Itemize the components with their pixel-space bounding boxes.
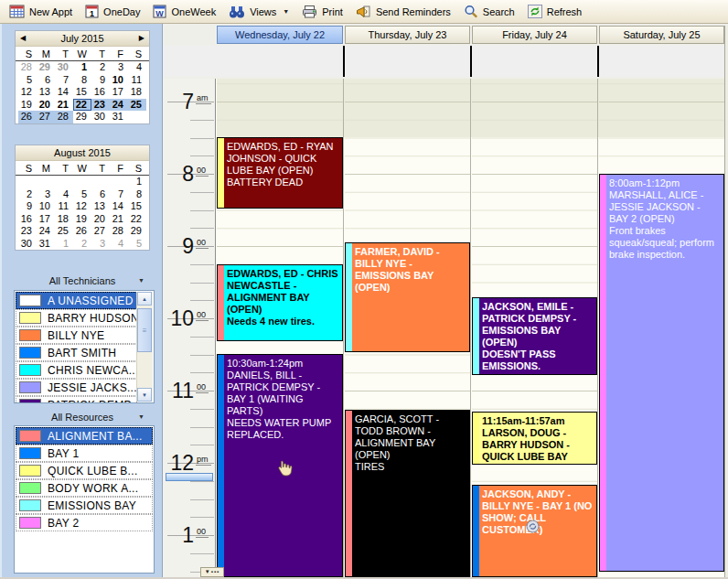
calendar-day[interactable]: 27 bbox=[91, 225, 110, 238]
next-month-arrow[interactable]: ▶ bbox=[139, 33, 145, 43]
calendar-day[interactable]: 15 bbox=[128, 200, 146, 213]
toolbar-button-views[interactable]: Views▼ bbox=[223, 1, 296, 23]
toolbar-button-new-appt[interactable]: New Appt bbox=[4, 1, 80, 23]
appointment-marshall-alice[interactable]: 8:00am-1:12pmMARSHALL, ALICE - JESSIE JA… bbox=[599, 174, 724, 572]
day-header-thursday-july-23[interactable]: Thursday, July 23 bbox=[345, 26, 470, 44]
calendar-day[interactable]: 28 bbox=[18, 61, 37, 74]
list-item-chris-newca[interactable]: CHRIS NEWCA... bbox=[16, 361, 137, 379]
calendar-day[interactable]: 6 bbox=[37, 74, 55, 87]
appointment-edwards-chris[interactable]: EDWARDS, ED - CHRIS NEWCASTLE - ALIGNMEN… bbox=[217, 264, 343, 341]
list-item-body-work-a[interactable]: BODY WORK A... bbox=[16, 479, 153, 497]
calendar-day[interactable]: 10 bbox=[37, 200, 55, 213]
day-header-wednesday-july-22[interactable]: Wednesday, July 22 bbox=[217, 26, 343, 44]
calendar-day[interactable]: 24 bbox=[37, 225, 55, 238]
calendar-day[interactable]: 1 bbox=[128, 176, 146, 188]
toolbar-button-search[interactable]: Search bbox=[458, 1, 522, 23]
list-item-jessie-jacks[interactable]: JESSIE JACKS... bbox=[16, 379, 137, 396]
calendar-day[interactable]: 17 bbox=[37, 213, 55, 226]
calendar-day[interactable]: 13 bbox=[91, 200, 110, 213]
calendar-day[interactable]: 29 bbox=[37, 61, 55, 74]
calendar-day[interactable]: 25 bbox=[55, 225, 73, 238]
calendar-day[interactable]: 14 bbox=[110, 200, 128, 213]
calendar-day[interactable]: 14 bbox=[55, 86, 73, 99]
appointment-larson-doug[interactable]: 11:15am-11:57amLARSON, DOUG - BARRY HUDS… bbox=[472, 412, 597, 465]
list-item-quick-lube-b[interactable]: QUICK LUBE B... bbox=[16, 462, 153, 479]
appointment-garcia-scott[interactable]: GARCIA, SCOTT - TODD BROWN - ALIGNMENT B… bbox=[345, 410, 470, 577]
list-item-bay-2[interactable]: BAY 2 bbox=[16, 514, 153, 531]
calendar-day[interactable]: 2 bbox=[91, 61, 110, 74]
calendar-day[interactable]: 26 bbox=[73, 225, 91, 238]
scroll-down-button[interactable]: ▼ bbox=[137, 388, 152, 402]
calendar-day[interactable]: 23 bbox=[18, 225, 37, 238]
prev-month-arrow[interactable]: ◀ bbox=[20, 33, 26, 43]
calendar-day[interactable]: 22 bbox=[128, 213, 146, 226]
calendar-day[interactable]: 23 bbox=[91, 99, 110, 112]
technicians-picker-header[interactable]: All Technicians ▼ bbox=[15, 273, 150, 287]
list-item-billy-nye[interactable]: BILLY NYE bbox=[16, 327, 137, 344]
calendar-day[interactable]: 4 bbox=[128, 61, 146, 74]
calendar-day[interactable]: 2 bbox=[18, 188, 37, 201]
scroll-up-button[interactable]: ▲ bbox=[137, 292, 152, 306]
calendar-day[interactable]: 3 bbox=[37, 188, 55, 201]
calendar-day[interactable]: 21 bbox=[55, 99, 73, 112]
toolbar-button-print[interactable]: Print bbox=[296, 1, 350, 23]
calendar-day[interactable]: 1 bbox=[73, 61, 91, 74]
calendar-day[interactable]: 16 bbox=[18, 213, 37, 226]
calendar-day[interactable]: 1 bbox=[55, 238, 73, 251]
calendar-day[interactable]: 30 bbox=[18, 238, 37, 251]
calendar-day[interactable]: 28 bbox=[110, 225, 128, 238]
calendar-day[interactable]: 18 bbox=[128, 86, 146, 99]
calendar-day[interactable]: 4 bbox=[55, 188, 73, 201]
day-header-saturday-july-25[interactable]: Saturday, July 25 bbox=[599, 26, 724, 44]
list-item-alignment-ba[interactable]: ALIGNMENT BA... bbox=[16, 427, 153, 445]
scrollbar[interactable]: ▲▼≡ bbox=[136, 292, 153, 402]
calendar-day[interactable]: 20 bbox=[37, 99, 55, 112]
calendar-day[interactable]: 11 bbox=[55, 200, 73, 213]
list-item-barry-hudson[interactable]: BARRY HUDSON bbox=[16, 309, 137, 327]
appointment-edwards-ryan[interactable]: EDWARDS, ED - RYAN JOHNSON - QUICK LUBE … bbox=[217, 137, 343, 209]
calendar-day[interactable]: 3 bbox=[91, 238, 110, 251]
scrollbar-thumb[interactable]: ≡ bbox=[137, 308, 152, 352]
calendar-day[interactable]: 30 bbox=[91, 111, 110, 123]
calendar-day[interactable]: 20 bbox=[91, 213, 110, 226]
calendar-day[interactable]: 7 bbox=[110, 188, 128, 201]
calendar-day[interactable]: 25 bbox=[128, 99, 146, 112]
calendar-day[interactable]: 12 bbox=[18, 86, 37, 99]
schedule-grid[interactable]: EDWARDS, ED - RYAN JOHNSON - QUICK LUBE … bbox=[163, 79, 728, 577]
calendar-day[interactable]: 29 bbox=[128, 225, 146, 238]
calendar-day[interactable]: 8 bbox=[73, 74, 91, 87]
calendar-day[interactable]: 8 bbox=[128, 188, 146, 201]
calendar-day[interactable]: 31 bbox=[37, 238, 55, 251]
calendar-day[interactable]: 9 bbox=[18, 200, 37, 213]
calendar-day[interactable]: 16 bbox=[91, 86, 110, 99]
calendar-day[interactable]: 30 bbox=[55, 61, 73, 74]
list-item-emissions-bay[interactable]: EMISSIONS BAY bbox=[16, 497, 153, 514]
toolbar-button-send-reminders[interactable]: Send Reminders bbox=[350, 1, 458, 23]
toolbar-button-refresh[interactable]: Refresh bbox=[522, 1, 590, 23]
calendar-day[interactable]: 29 bbox=[73, 111, 91, 123]
calendar-day[interactable]: 19 bbox=[18, 99, 37, 112]
appointment-daniels-bill[interactable]: 10:30am-1:24pmDANIELS, BILL - PATRICK DE… bbox=[217, 354, 343, 577]
calendar-day[interactable]: 15 bbox=[73, 86, 91, 99]
toolbar-button-oneweek[interactable]: WOneWeek bbox=[147, 1, 223, 23]
resources-picker-header[interactable]: All Resources ▼ bbox=[15, 410, 150, 424]
calendar-day[interactable]: 27 bbox=[37, 111, 55, 123]
list-item-bay-1[interactable]: BAY 1 bbox=[16, 445, 153, 462]
calendar-day[interactable]: 24 bbox=[110, 99, 128, 112]
calendar-day[interactable]: 12 bbox=[73, 200, 91, 213]
scroll-down-more-button[interactable]: ▼▪▪▪ bbox=[200, 567, 224, 577]
calendar-day[interactable]: 26 bbox=[18, 111, 37, 123]
appointment-farmer-david[interactable]: FARMER, DAVID - BILLY NYE - EMISSIONS BA… bbox=[345, 242, 470, 352]
list-item-bart-smith[interactable]: BART SMITH bbox=[16, 344, 137, 361]
calendar-day[interactable]: 21 bbox=[110, 213, 128, 226]
calendar-day[interactable]: 11 bbox=[128, 74, 146, 87]
calendar-day[interactable]: 13 bbox=[37, 86, 55, 99]
calendar-day[interactable]: 5 bbox=[73, 188, 91, 201]
list-item-patrick-demp[interactable]: PATRICK DEMP... bbox=[16, 396, 137, 403]
calendar-day[interactable]: 7 bbox=[55, 74, 73, 87]
calendar-day[interactable]: 10 bbox=[110, 74, 128, 87]
toolbar-button-oneday[interactable]: 1OneDay bbox=[80, 1, 147, 23]
list-item-a-unassigned[interactable]: A UNASSIGNED bbox=[16, 292, 137, 309]
calendar-day[interactable]: 9 bbox=[91, 74, 110, 87]
calendar-day[interactable]: 2 bbox=[73, 238, 91, 251]
